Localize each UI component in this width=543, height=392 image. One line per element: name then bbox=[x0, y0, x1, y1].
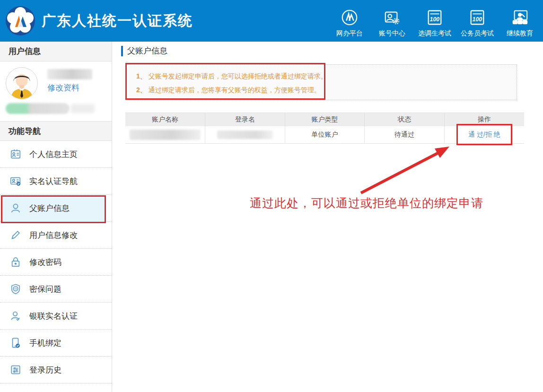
sidebar-item-parent-account[interactable]: 父账户信息 bbox=[0, 195, 112, 222]
status-badge-redacted-tail bbox=[71, 104, 95, 113]
notice-line-2-text: 通过绑定请求后，您将享有父账号的权益，方便账号管理。 bbox=[149, 86, 321, 94]
brand: 广东人社统一认证系统 bbox=[0, 5, 193, 36]
notice-line-2: 2、通过绑定请求后，您将享有父账号的权益，方便账号管理。 bbox=[136, 83, 517, 97]
cell-actions: 通 过/拒 绝 bbox=[444, 126, 524, 144]
sidebar: 用户信息 修改资料 功能导航 bbox=[0, 42, 112, 392]
id-badge-icon bbox=[9, 148, 22, 160]
phone-check-icon bbox=[9, 337, 22, 349]
page: 广东人社统一认证系统 网办平台 bbox=[0, 0, 543, 392]
sidebar-item-security-question[interactable]: 保 密保问题 bbox=[0, 276, 112, 303]
pencil-icon bbox=[9, 229, 22, 241]
annotation-text: 通过此处，可以通过或拒绝单位的绑定申请 bbox=[250, 195, 483, 211]
teaching-board-icon bbox=[510, 8, 529, 27]
user-name-redacted bbox=[47, 69, 92, 79]
portal-circle-icon bbox=[340, 8, 359, 27]
svg-text:保: 保 bbox=[14, 287, 18, 290]
top-navigation: 网办平台 账号中心 bbox=[328, 4, 543, 38]
app-logo-icon bbox=[5, 5, 36, 36]
cell-account-name bbox=[125, 126, 205, 144]
sidebar-item-label: 登录历史 bbox=[29, 365, 61, 375]
id-card-check-icon bbox=[9, 175, 22, 187]
notice-line-1-text: 父账号发起绑定申请后，您可以选择拒绝或者通过绑定请求。 bbox=[149, 72, 327, 80]
account-name-redacted bbox=[130, 130, 201, 140]
notice-line-1: 1、父账号发起绑定申请后，您可以选择拒绝或者通过绑定请求。 bbox=[136, 70, 517, 83]
user-profile-block: 修改资料 bbox=[0, 61, 112, 121]
table-row: 单位账户 待通过 通 过/拒 绝 bbox=[125, 126, 524, 144]
app-title: 广东人社统一认证系统 bbox=[42, 11, 193, 31]
topnav-label: 网办平台 bbox=[336, 29, 363, 38]
page-title: 父账户信息 bbox=[117, 45, 167, 56]
person-icon bbox=[9, 202, 22, 214]
topnav-xuandiao-exam[interactable]: 100 选调生考试 bbox=[413, 4, 456, 38]
col-header-login-name: 登录名 bbox=[205, 113, 285, 126]
topnav-label: 选调生考试 bbox=[418, 29, 451, 38]
approve-link[interactable]: 通 过 bbox=[468, 131, 483, 138]
svg-text:100: 100 bbox=[430, 16, 440, 23]
topnav-label: 继续教育 bbox=[507, 29, 533, 38]
table-header-row: 账户名称 登录名 账户类型 状态 操作 bbox=[125, 113, 524, 126]
parent-account-table: 账户名称 登录名 账户类型 状态 操作 单位账户 待通过 通 过/拒 绝 bbox=[125, 113, 524, 144]
sidebar-item-label: 实名认证导航 bbox=[29, 176, 78, 187]
sidebar-item-label: 修改密码 bbox=[29, 257, 61, 268]
sidebar-item-realname-nav[interactable]: 实名认证导航 bbox=[0, 168, 112, 195]
topnav-label: 公务员考试 bbox=[461, 29, 494, 38]
topnav-label: 账号中心 bbox=[379, 29, 405, 38]
col-header-account-name: 账户名称 bbox=[125, 113, 205, 126]
history-list-icon bbox=[9, 364, 22, 376]
notice-box: 1、父账号发起绑定申请后，您可以选择拒绝或者通过绑定请求。 2、通过绑定请求后，… bbox=[125, 64, 517, 100]
sidebar-item-personal-home[interactable]: 个人信息主页 bbox=[0, 141, 112, 168]
title-accent-bar bbox=[121, 46, 123, 56]
sidebar-item-label: 密保问题 bbox=[29, 284, 61, 295]
function-nav-section-title: 功能导航 bbox=[0, 121, 112, 141]
avatar bbox=[6, 67, 38, 99]
sidebar-item-unionpay-realname[interactable]: 银联实名认证 bbox=[0, 303, 112, 330]
cell-status: 待通过 bbox=[365, 126, 445, 144]
status-badge-redacted bbox=[6, 103, 70, 114]
col-header-status: 状态 bbox=[365, 113, 445, 126]
col-header-account-type: 账户类型 bbox=[285, 113, 365, 126]
page-title-text: 父账户信息 bbox=[127, 45, 167, 56]
exam-100-icon: 100 bbox=[468, 8, 487, 27]
edit-profile-link[interactable]: 修改资料 bbox=[47, 82, 79, 93]
sidebar-item-change-password[interactable]: 修改密码 bbox=[0, 249, 112, 276]
sidebar-item-user-info-edit[interactable]: 用户信息修改 bbox=[0, 222, 112, 249]
shield-icon: 保 bbox=[9, 283, 22, 295]
sidebar-item-label: 用户信息修改 bbox=[29, 230, 78, 241]
notice-line-1-num: 1、 bbox=[136, 72, 147, 80]
notice-line-2-num: 2、 bbox=[136, 86, 147, 94]
topnav-web-platform[interactable]: 网办平台 bbox=[328, 4, 371, 38]
sidebar-item-label: 手机绑定 bbox=[29, 338, 61, 348]
col-header-actions: 操作 bbox=[444, 113, 524, 126]
cell-login-name bbox=[205, 126, 285, 144]
svg-text:100: 100 bbox=[473, 16, 482, 23]
sidebar-menu: 个人信息主页 实名认证导航 bbox=[0, 141, 112, 383]
exam-100-icon: 100 bbox=[425, 8, 444, 27]
lock-icon bbox=[9, 256, 22, 268]
cell-account-type: 单位账户 bbox=[285, 126, 365, 144]
topnav-civil-servant-exam[interactable]: 100 公务员考试 bbox=[456, 4, 499, 38]
account-card-gear-icon bbox=[383, 8, 402, 27]
person-check-icon bbox=[9, 310, 22, 322]
sidebar-item-label: 银联实名认证 bbox=[29, 311, 78, 322]
sidebar-item-label: 个人信息主页 bbox=[29, 149, 78, 160]
user-info-section-title: 用户信息 bbox=[0, 42, 112, 61]
sidebar-item-login-history[interactable]: 登录历史 bbox=[0, 357, 112, 383]
main-content: 父账户信息 1、父账号发起绑定申请后，您可以选择拒绝或者通过绑定请求。 2、通过… bbox=[112, 42, 543, 392]
login-name-redacted bbox=[217, 131, 273, 139]
topnav-continuing-education[interactable]: 继续教育 bbox=[499, 4, 541, 38]
app-header: 广东人社统一认证系统 网办平台 bbox=[0, 0, 543, 42]
topnav-account-center[interactable]: 账号中心 bbox=[371, 4, 413, 38]
reject-link[interactable]: 拒 绝 bbox=[485, 131, 500, 138]
sidebar-item-label: 父账户信息 bbox=[29, 203, 70, 214]
sidebar-item-phone-binding[interactable]: 手机绑定 bbox=[0, 330, 112, 357]
